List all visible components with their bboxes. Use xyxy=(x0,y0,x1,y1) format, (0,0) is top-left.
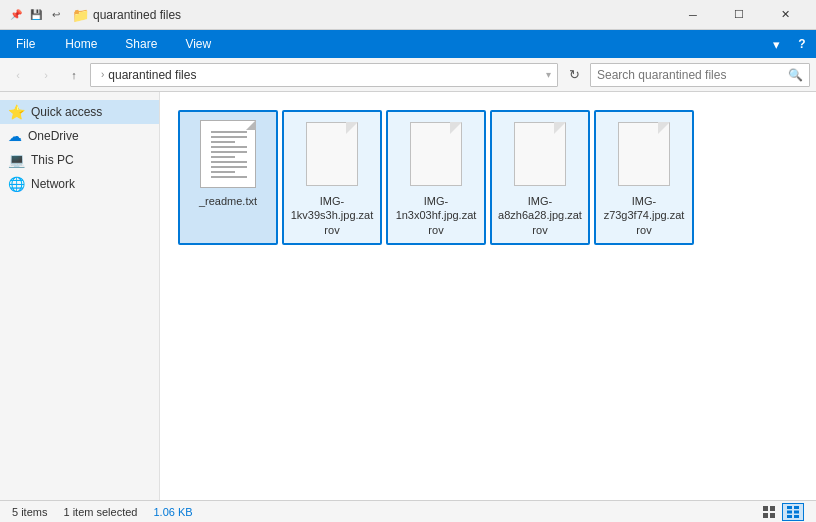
breadcrumb-separator-icon: › xyxy=(101,69,104,80)
breadcrumb[interactable]: › quarantined files ▾ xyxy=(90,63,558,87)
svg-rect-4 xyxy=(787,506,792,509)
svg-rect-9 xyxy=(794,515,799,518)
sidebar-item-onedrive[interactable]: ☁ OneDrive xyxy=(0,124,159,148)
folder-icon: 📁 xyxy=(72,7,89,23)
search-input[interactable] xyxy=(597,68,788,82)
window-controls[interactable]: ─ ☐ ✕ xyxy=(670,0,808,30)
undo-icon: ↩ xyxy=(48,7,64,23)
title-bar-icons: 📌 💾 ↩ xyxy=(8,7,64,23)
cloud-icon: ☁ xyxy=(8,128,22,144)
generic-file-icon-4 xyxy=(612,118,676,190)
ribbon: File Home Share View ▾ ? xyxy=(0,30,816,58)
star-icon: ⭐ xyxy=(8,104,25,120)
ribbon-chevron-icon[interactable]: ▾ xyxy=(764,32,788,56)
nav-forward-button[interactable]: › xyxy=(34,63,58,87)
sidebar: ⭐ Quick access ☁ OneDrive 💻 This PC 🌐 Ne… xyxy=(0,92,160,500)
svg-rect-0 xyxy=(763,506,768,511)
view-large-icons-button[interactable] xyxy=(758,503,780,521)
main-content: ⭐ Quick access ☁ OneDrive 💻 This PC 🌐 Ne… xyxy=(0,92,816,500)
svg-rect-5 xyxy=(794,506,799,509)
search-icon[interactable]: 🔍 xyxy=(788,68,803,82)
generic-file-icon xyxy=(300,118,364,190)
network-icon: 🌐 xyxy=(8,176,25,192)
breadcrumb-dropdown-icon[interactable]: ▾ xyxy=(546,69,551,80)
file-item-img3[interactable]: IMG-a8zh6a28.jpg.zatrov xyxy=(490,110,590,245)
svg-rect-2 xyxy=(763,513,768,518)
svg-rect-3 xyxy=(770,513,775,518)
minimize-button[interactable]: ─ xyxy=(670,0,716,30)
nav-back-button[interactable]: ‹ xyxy=(6,63,30,87)
file-name-readme: _readme.txt xyxy=(199,194,257,208)
items-count: 5 items xyxy=(12,506,47,518)
close-button[interactable]: ✕ xyxy=(762,0,808,30)
file-name-img4: IMG-z73g3f74.jpg.zatrov xyxy=(602,194,686,237)
window-title: quarantined files xyxy=(93,8,670,22)
file-name-img1: IMG-1kv39s3h.jpg.zatrov xyxy=(290,194,374,237)
computer-icon: 💻 xyxy=(8,152,25,168)
file-item-img4[interactable]: IMG-z73g3f74.jpg.zatrov xyxy=(594,110,694,245)
view-details-button[interactable] xyxy=(782,503,804,521)
nav-bar: ‹ › ↑ › quarantined files ▾ ↻ 🔍 xyxy=(0,58,816,92)
sidebar-item-quick-access[interactable]: ⭐ Quick access xyxy=(0,100,159,124)
file-name-img2: IMG-1n3x03hf.jpg.zatrov xyxy=(394,194,478,237)
generic-file-icon-3 xyxy=(508,118,572,190)
svg-rect-8 xyxy=(787,515,792,518)
sidebar-item-network[interactable]: 🌐 Network xyxy=(0,172,159,196)
nav-up-button[interactable]: ↑ xyxy=(62,63,86,87)
search-box[interactable]: 🔍 xyxy=(590,63,810,87)
ribbon-right-controls: ▾ ? xyxy=(764,32,816,56)
maximize-button[interactable]: ☐ xyxy=(716,0,762,30)
txt-file-icon xyxy=(196,118,260,190)
file-name-img3: IMG-a8zh6a28.jpg.zatrov xyxy=(498,194,582,237)
file-item-img1[interactable]: IMG-1kv39s3h.jpg.zatrov xyxy=(282,110,382,245)
file-item-img2[interactable]: IMG-1n3x03hf.jpg.zatrov xyxy=(386,110,486,245)
sidebar-label-this-pc: This PC xyxy=(31,153,74,167)
svg-rect-1 xyxy=(770,506,775,511)
status-bar: 5 items 1 item selected 1.06 KB xyxy=(0,500,816,522)
nav-refresh-button[interactable]: ↻ xyxy=(562,63,586,87)
svg-rect-7 xyxy=(794,510,799,513)
ribbon-tab-share[interactable]: Share xyxy=(111,30,171,58)
svg-rect-6 xyxy=(787,510,792,513)
sidebar-label-onedrive: OneDrive xyxy=(28,129,79,143)
save-icon: 💾 xyxy=(28,7,44,23)
ribbon-help-icon[interactable]: ? xyxy=(792,34,812,54)
pin-icon: 📌 xyxy=(8,7,24,23)
file-size: 1.06 KB xyxy=(153,506,192,518)
ribbon-file-button[interactable]: File xyxy=(0,30,51,58)
sidebar-label-quick-access: Quick access xyxy=(31,105,102,119)
breadcrumb-path: quarantined files xyxy=(108,68,196,82)
sidebar-item-this-pc[interactable]: 💻 This PC xyxy=(0,148,159,172)
sidebar-label-network: Network xyxy=(31,177,75,191)
file-area: _readme.txt IMG-1kv39s3h.jpg.zatrov IMG-… xyxy=(160,92,816,500)
view-toggle[interactable] xyxy=(758,503,804,521)
title-bar: 📌 💾 ↩ 📁 quarantined files ─ ☐ ✕ xyxy=(0,0,816,30)
selected-info: 1 item selected xyxy=(63,506,137,518)
ribbon-tab-view[interactable]: View xyxy=(171,30,225,58)
generic-file-icon-2 xyxy=(404,118,468,190)
ribbon-tab-home[interactable]: Home xyxy=(51,30,111,58)
file-item-readme[interactable]: _readme.txt xyxy=(178,110,278,245)
